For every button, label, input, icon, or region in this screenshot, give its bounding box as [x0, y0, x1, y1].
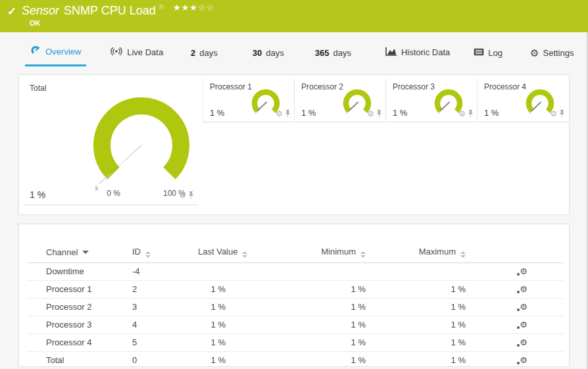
channel-settings-icon[interactable]: ⚙ [520, 338, 527, 347]
tab-overview[interactable]: Overview [25, 45, 86, 66]
tab-label: days [333, 48, 351, 58]
tab-label: Live Data [127, 47, 163, 57]
tab-historic-data[interactable]: Historic Data [380, 47, 455, 66]
tab-settings[interactable]: ⚙ Settings [525, 48, 579, 66]
channel-settings-icon[interactable]: ⚙ [520, 320, 527, 329]
tab-label: Overview [45, 47, 81, 57]
table-row[interactable]: Processor 4 5 1 % 1 % 1 % ⚙ [28, 333, 564, 351]
priority-stars[interactable]: ★★★☆☆ [173, 3, 214, 12]
gauge-cell-total: Total x̄ 0 % 100 % 1 % ⚙ [23, 78, 198, 205]
last-value: 1 % [185, 316, 264, 333]
tab-2-days[interactable]: 2 days [185, 48, 223, 66]
table-row[interactable]: Processor 1 2 1 % 1 % 1 % ⚙ [28, 280, 564, 298]
tab-label: Historic Data [401, 47, 450, 57]
log-list-icon [474, 48, 484, 58]
sort-desc-icon [82, 251, 89, 254]
gauge-value: 1 % [393, 108, 407, 118]
pin-icon[interactable] [188, 189, 194, 201]
last-value: 1 % [185, 280, 264, 298]
table-row[interactable]: Processor 2 3 1 % 1 % 1 % ⚙ [28, 298, 564, 316]
tab-bar: Overview Live Data 2 days 30 days 365 da… [0, 32, 588, 66]
pin-icon[interactable] [285, 108, 291, 120]
gauge-icon [30, 45, 41, 58]
channel-id: 2 [132, 280, 185, 298]
channel-table: Channel ID Last Value Minimum Maximum Do… [28, 243, 564, 369]
gauge-cell-processor-4: Processor 4 1 % ⚙ [477, 78, 568, 122]
gauges-panel: Total x̄ 0 % 100 % 1 % ⚙ Processor 1 [18, 74, 570, 215]
gauge-cell-processor-1: Processor 1 1 % ⚙ [203, 78, 294, 122]
channel-settings-icon[interactable]: ⚙ [520, 285, 527, 293]
gauge-title: Processor 1 [210, 82, 252, 91]
channel-id: -4 [132, 262, 185, 280]
gear-icon: ⚙ [530, 48, 539, 58]
tab-label: days [199, 48, 217, 58]
flag-icon[interactable]: ⚐ [159, 3, 165, 11]
gauge-value: 1 % [30, 189, 45, 200]
tab-365-days[interactable]: 365 days [310, 48, 356, 66]
channel-settings-icon[interactable]: ⚙ [520, 303, 527, 311]
last-value: 1 % [185, 351, 264, 369]
tab-number: 2 [191, 48, 195, 58]
channel-id: 5 [132, 333, 185, 351]
sensor-header: ✓ SensorSNMP CPU Load⚐ ★★★☆☆ OK [0, 0, 588, 32]
table-row[interactable]: Total 0 1 % 1 % 1 % ⚙ [28, 351, 564, 369]
sensor-name: SNMP CPU Load [64, 4, 156, 17]
gauge-title: Processor 2 [301, 82, 343, 91]
pin-icon[interactable] [468, 108, 474, 120]
gauge-value: 1 % [210, 108, 224, 118]
sort-icon [145, 251, 151, 258]
column-header-minimum[interactable]: Minimum [264, 243, 376, 262]
gear-icon[interactable]: ⚙ [458, 110, 466, 118]
channel-name: Processor 4 [28, 333, 132, 351]
maximum-value: 1 % [376, 280, 476, 298]
gear-icon[interactable]: ⚙ [276, 110, 283, 118]
broadcast-icon [110, 47, 123, 58]
tab-live-data[interactable]: Live Data [105, 47, 168, 66]
last-value: 1 % [185, 333, 264, 351]
tab-label: Settings [543, 48, 574, 58]
gauge-value: 1 % [484, 108, 499, 118]
pin-icon[interactable] [559, 108, 565, 120]
minimum-value: 1 % [264, 333, 376, 351]
table-row[interactable]: Downtime -4 ⚙ [28, 262, 564, 280]
tab-log[interactable]: Log [468, 48, 508, 66]
gear-icon[interactable]: ⚙ [179, 191, 186, 199]
column-header-last-value[interactable]: Last Value [185, 243, 264, 262]
channel-name: Downtime [28, 262, 132, 280]
tab-30-days[interactable]: 30 days [247, 48, 289, 66]
channel-table-panel: Channel ID Last Value Minimum Maximum Do… [18, 224, 570, 367]
gear-icon[interactable]: ⚙ [367, 110, 374, 118]
minimum-value: 1 % [264, 316, 376, 333]
maximum-value: 1 % [376, 316, 476, 333]
channel-name: Processor 2 [28, 298, 132, 316]
column-header-actions [476, 243, 564, 262]
gauge-cell-processor-3: Processor 3 1 % ⚙ [385, 78, 477, 122]
gauge-value: 1 % [301, 108, 316, 118]
pin-icon[interactable] [376, 108, 382, 120]
tab-label: Log [488, 48, 502, 58]
sort-icon [360, 251, 366, 258]
maximum-value: 1 % [376, 333, 476, 351]
processor-gauges-row: Processor 1 1 % ⚙ Processor 2 1 % [203, 78, 568, 122]
maximum-value: 1 % [376, 298, 476, 316]
channel-id: 4 [132, 316, 185, 333]
channel-settings-icon[interactable]: ⚙ [520, 356, 527, 364]
channel-name: Total [28, 351, 132, 369]
maximum-value: 1 % [376, 351, 476, 369]
gauge-title: Processor 3 [393, 82, 435, 91]
stars-empty: ☆☆ [198, 3, 214, 12]
area-chart-icon [385, 47, 397, 58]
gear-icon[interactable]: ⚙ [550, 110, 557, 118]
tab-number: 30 [253, 48, 262, 58]
column-header-maximum[interactable]: Maximum [376, 243, 476, 262]
channel-id: 3 [132, 298, 185, 316]
channel-id: 0 [132, 351, 185, 369]
channel-settings-icon[interactable]: ⚙ [520, 267, 527, 276]
channel-name: Processor 3 [28, 316, 132, 333]
minimum-value [264, 262, 376, 280]
last-value: 1 % [185, 298, 264, 316]
table-row[interactable]: Processor 3 4 1 % 1 % 1 % ⚙ [28, 316, 564, 333]
column-header-id[interactable]: ID [132, 243, 185, 262]
column-header-channel[interactable]: Channel [28, 243, 132, 262]
page-title: SensorSNMP CPU Load⚐ [22, 3, 165, 18]
